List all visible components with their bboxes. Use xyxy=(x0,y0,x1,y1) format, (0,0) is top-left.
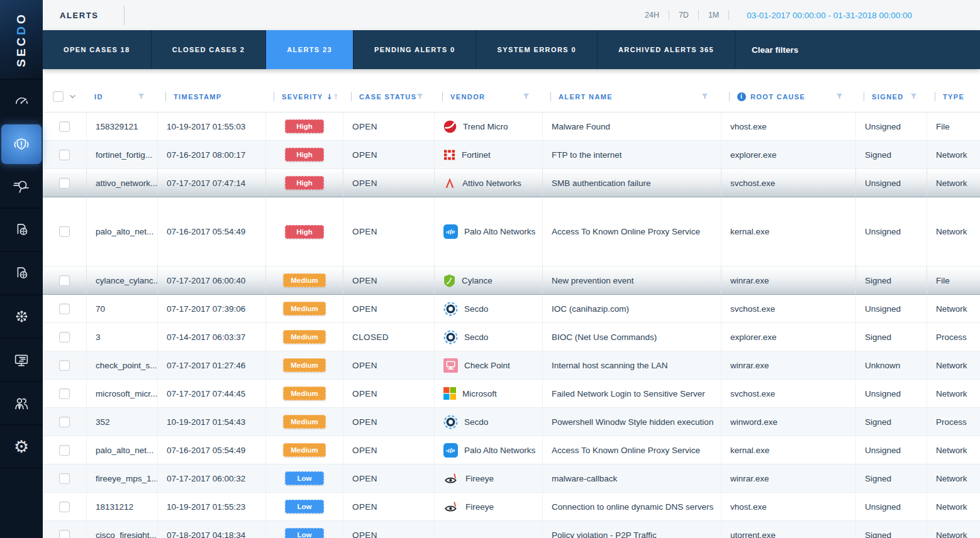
filter-funnel-icon[interactable] xyxy=(701,93,708,100)
case-status-value: OPEN xyxy=(352,474,377,483)
tab-closed-cases-2[interactable]: CLOSED CASES 2 xyxy=(152,30,267,69)
table-row[interactable]: 1813121210-19-2017 01:55:23LowOPENFireey… xyxy=(43,493,980,521)
range-button-7d[interactable]: 7D xyxy=(669,11,698,19)
table-row[interactable]: check_point_s...07-17-2017 01:27:46Mediu… xyxy=(43,351,980,380)
row-checkbox[interactable] xyxy=(59,178,70,189)
alert-name-value: Malware Found xyxy=(552,122,610,131)
range-button-24h[interactable]: 24H xyxy=(635,11,669,19)
signed-value: Signed xyxy=(865,332,891,342)
tab-archived-alerts-365[interactable]: ARCHIVED ALERTS 365 xyxy=(598,30,735,69)
sidebar-item-file-inspect-2[interactable] xyxy=(0,252,43,295)
signed-value: Signed xyxy=(865,150,891,160)
row-checkbox[interactable] xyxy=(59,275,70,286)
table-row[interactable]: microsoft_micr...07-17-2017 07:44:45Medi… xyxy=(43,380,980,408)
vendor-cell xyxy=(434,521,542,538)
fireeye-logo-icon xyxy=(443,472,459,485)
row-checkbox[interactable] xyxy=(59,304,70,314)
table-row[interactable]: cisco_firesight...07-18-2017 04:18:34Low… xyxy=(43,521,980,538)
tab-alerts-23[interactable]: ALERTS 23 xyxy=(266,30,354,69)
type-value: Network xyxy=(936,178,967,188)
timestamp-value: 07-16-2017 05:54:49 xyxy=(167,227,245,236)
sidebar-item-dashboard-gauge[interactable] xyxy=(0,80,43,123)
filter-funnel-icon[interactable] xyxy=(910,93,917,100)
case-status-cell: OPEN xyxy=(343,169,434,197)
sort-icon[interactable]: ↓↑ xyxy=(326,92,339,101)
filter-funnel-icon[interactable] xyxy=(138,93,145,100)
root-cause-value: explorer.exe xyxy=(730,332,777,342)
case-status-cell: OPEN xyxy=(343,436,434,464)
tab-system-errors-0[interactable]: SYSTEM ERRORS 0 xyxy=(476,30,598,69)
clear-filters-button[interactable]: Clear filters xyxy=(735,30,798,69)
row-checkbox[interactable] xyxy=(59,121,70,132)
id-cell: microsoft_micr... xyxy=(86,380,157,407)
row-checkbox[interactable] xyxy=(59,530,70,538)
filter-funnel-icon[interactable] xyxy=(523,93,530,100)
sidebar-item-users[interactable] xyxy=(0,382,43,425)
severity-cell: High xyxy=(265,141,343,168)
row-checkbox[interactable] xyxy=(59,473,70,484)
row-checkbox[interactable] xyxy=(59,388,70,399)
row-checkbox[interactable] xyxy=(59,332,70,343)
column-header-signed: SIGNED xyxy=(855,81,927,112)
table-row[interactable]: 307-14-2017 06:03:37MediumCLOSEDSecdoBIO… xyxy=(43,323,980,351)
signed-cell: Unsigned xyxy=(855,380,927,407)
filter-funnel-icon[interactable] xyxy=(416,93,423,100)
severity-cell: Low xyxy=(265,521,343,538)
column-header-alert_name: ALERT NAME xyxy=(542,81,721,112)
root-cause-cell: kernal.exe xyxy=(721,197,855,266)
table-row[interactable]: attivo_network...07-17-2017 07:47:14High… xyxy=(43,169,980,197)
case-status-cell: OPEN xyxy=(343,493,434,520)
table-row[interactable]: 15832912110-19-2017 01:55:03HighOPENTren… xyxy=(43,113,980,141)
sidebar-item-investigation-search[interactable] xyxy=(0,165,43,209)
table-row[interactable]: fireeye_mps_1...07-17-2017 06:00:32LowOP… xyxy=(43,464,980,493)
sidebar-item-settings-gear[interactable]: ⚙ xyxy=(0,425,43,469)
table-row[interactable]: palo_alto_net...07-16-2017 05:54:49Mediu… xyxy=(43,436,980,464)
sidebar-item-spread-arrows[interactable] xyxy=(0,295,43,339)
severity-cell: Low xyxy=(265,493,343,520)
table-row[interactable]: 7007-17-2017 07:39:06MediumOPENSecdoIOC … xyxy=(43,295,980,323)
sidebar-item-alerts-shield[interactable] xyxy=(1,124,42,164)
row-checkbox[interactable] xyxy=(59,445,70,456)
signed-value: Signed xyxy=(865,474,891,483)
tab-pending-alerts-0[interactable]: PENDING ALERTS 0 xyxy=(354,30,476,69)
sidebar-item-file-inspect[interactable] xyxy=(0,209,43,252)
row-checkbox[interactable] xyxy=(59,502,70,512)
table-row[interactable]: palo_alto_net...07-16-2017 05:54:49HighO… xyxy=(43,197,980,266)
sidebar-item-endpoint-monitor[interactable] xyxy=(0,339,43,382)
secdo-logo-icon xyxy=(443,415,458,429)
row-checkbox[interactable] xyxy=(59,417,70,427)
id-cell: palo_alto_net... xyxy=(86,436,157,464)
fortinet-logo-icon xyxy=(443,149,455,161)
row-checkbox[interactable] xyxy=(59,150,70,160)
signed-cell: Unsigned xyxy=(855,493,927,520)
secdo-logo-icon xyxy=(443,330,458,344)
vendor-cell: Cylance xyxy=(434,266,542,294)
table-row[interactable]: 35210-19-2017 01:54:43MediumOPENSecdoPow… xyxy=(43,408,980,436)
type-cell: Network xyxy=(927,295,980,322)
case-status-cell: CLOSED xyxy=(343,323,434,351)
type-cell: Process xyxy=(927,408,980,436)
alert-name-value: BIOC (Net Use Commands) xyxy=(552,332,657,342)
row-checkbox[interactable] xyxy=(59,226,70,237)
table-row[interactable]: cylance_cylanc...07-17-2017 06:00:40Medi… xyxy=(43,266,980,295)
alert-name-value: Failed Network Login to Sensitive Server xyxy=(552,389,705,398)
select-all-checkbox[interactable] xyxy=(53,91,64,102)
header-separator xyxy=(165,92,166,101)
root-cause-cell: explorer.exe xyxy=(721,323,855,351)
column-header-timestamp: TIMESTAMP xyxy=(157,81,265,112)
id-value: check_point_s... xyxy=(96,361,157,370)
row-checkbox[interactable] xyxy=(59,360,70,371)
info-icon[interactable]: i xyxy=(737,92,746,101)
alert-name-cell: Malware Found xyxy=(542,113,721,140)
timestamp-value: 07-17-2017 07:39:06 xyxy=(167,304,245,314)
tab-open-cases-18[interactable]: OPEN CASES 18 xyxy=(43,30,152,69)
timestamp-value: 07-17-2017 06:00:40 xyxy=(167,276,245,285)
type-cell: File xyxy=(927,266,980,294)
chevron-down-icon[interactable] xyxy=(69,94,76,99)
filter-funnel-icon[interactable] xyxy=(836,93,843,100)
range-button-1m[interactable]: 1M xyxy=(699,11,728,19)
secdo-logo[interactable]: SECDO xyxy=(0,0,43,80)
date-range-picker[interactable]: 03-01-2017 00:00:00 - 01-31-2018 00:00:0… xyxy=(747,11,912,20)
table-row[interactable]: fortinet_fortig...07-16-2017 08:00:17Hig… xyxy=(43,141,980,169)
column-label: ID xyxy=(94,93,103,101)
